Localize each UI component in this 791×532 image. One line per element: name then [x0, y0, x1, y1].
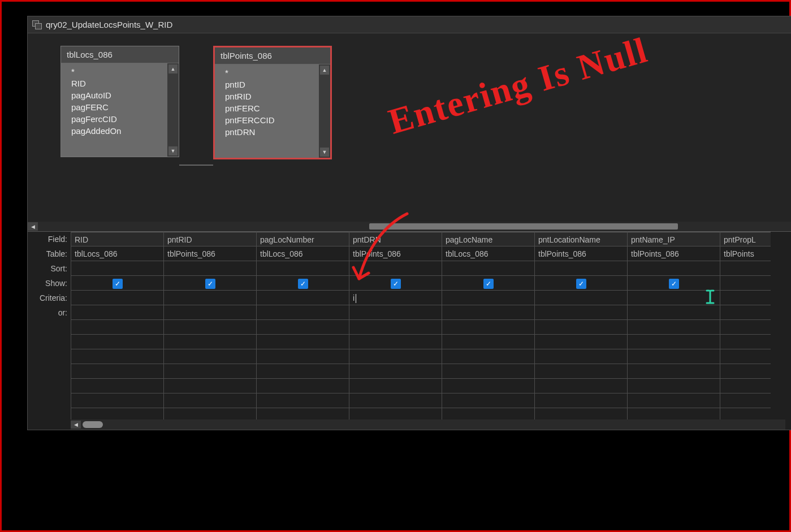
field-item[interactable]: pntDRN — [215, 126, 319, 138]
cell-table[interactable]: tblPoints_086 — [535, 246, 627, 261]
cell-empty[interactable] — [535, 379, 627, 393]
cell-field[interactable]: pntRID — [164, 232, 256, 246]
checkbox-show[interactable]: ✓ — [113, 279, 123, 289]
cell-empty[interactable] — [349, 335, 442, 349]
grid-columns[interactable]: RIDtblLocs_086✓pntRIDtblPoints_086✓pagLo… — [71, 232, 791, 419]
checkbox-show[interactable]: ✓ — [391, 279, 401, 289]
cell-show[interactable]: ✓ — [628, 276, 720, 291]
cell-empty[interactable] — [257, 364, 349, 379]
cell-show[interactable]: ✓ — [442, 276, 534, 291]
cell-empty[interactable] — [71, 364, 163, 379]
cell-empty[interactable] — [720, 320, 771, 335]
scroll-down-icon[interactable]: ▼ — [320, 148, 329, 157]
cell-show[interactable]: ✓ — [164, 276, 256, 291]
cell-sort[interactable] — [257, 261, 349, 276]
cell-empty[interactable] — [349, 364, 442, 379]
field-item[interactable]: pntFERCCID — [215, 114, 319, 126]
cell-empty[interactable] — [628, 364, 720, 379]
table-tblpoints[interactable]: tblPoints_086 * pntID pntRID pntFERC pnt… — [213, 46, 332, 159]
query-column[interactable]: pntRIDtblPoints_086✓ — [163, 232, 256, 419]
cell-table[interactable]: tblLocs_086 — [71, 246, 163, 261]
cell-show[interactable] — [720, 276, 771, 291]
query-column[interactable]: pntLocationNametblPoints_086✓ — [534, 232, 627, 419]
scroll-thumb[interactable] — [83, 421, 103, 428]
join-line[interactable] — [179, 165, 213, 166]
cell-sort[interactable] — [535, 261, 627, 276]
query-column[interactable]: pntDRNtblPoints_086✓i — [349, 232, 442, 419]
cell-table[interactable]: tblPoints_086 — [628, 246, 720, 261]
cell-empty[interactable] — [257, 349, 349, 364]
title-bar[interactable]: qry02_UpdateLocsPoints_W_RID — [28, 16, 791, 33]
cell-empty[interactable] — [257, 335, 349, 349]
table-header[interactable]: tblLocs_086 — [61, 46, 179, 63]
cell-empty[interactable] — [349, 349, 442, 364]
relationship-pane[interactable]: tblLocs_086 * RID pagAutoID pagFERC pagF… — [28, 33, 791, 231]
field-item[interactable]: pntID — [215, 79, 319, 90]
cell-field[interactable]: pntLocationName — [535, 232, 627, 246]
checkbox-show[interactable]: ✓ — [576, 279, 586, 289]
cell-criteria[interactable] — [442, 291, 534, 305]
cell-empty[interactable] — [720, 364, 771, 379]
cell-field[interactable]: pntPropL — [720, 232, 771, 246]
cell-empty[interactable] — [349, 320, 442, 335]
cell-empty[interactable] — [442, 335, 534, 349]
cell-table[interactable]: tblPoints_086 — [164, 246, 256, 261]
cell-sort[interactable] — [628, 261, 720, 276]
cell-sort[interactable] — [71, 261, 163, 276]
cell-empty[interactable] — [720, 349, 771, 364]
cell-show[interactable]: ✓ — [535, 276, 627, 291]
cell-sort[interactable] — [720, 261, 771, 276]
table-header[interactable]: tblPoints_086 — [215, 47, 330, 64]
cell-empty[interactable] — [442, 379, 534, 393]
cell-criteria[interactable] — [720, 291, 771, 305]
query-column[interactable]: pagLocNumbertblLocs_086✓ — [256, 232, 349, 419]
cell-empty[interactable] — [71, 349, 163, 364]
cell-empty[interactable] — [535, 364, 627, 379]
cell-empty[interactable] — [628, 393, 720, 408]
cell-empty[interactable] — [71, 335, 163, 349]
query-column[interactable]: RIDtblLocs_086✓ — [71, 232, 163, 419]
cell-empty[interactable] — [442, 320, 534, 335]
scroll-left-icon[interactable]: ◀ — [28, 222, 38, 231]
scroll-down-icon[interactable]: ▼ — [168, 146, 178, 155]
cell-empty[interactable] — [71, 320, 163, 335]
cell-or[interactable] — [442, 305, 534, 320]
cell-empty[interactable] — [535, 393, 627, 408]
cell-criteria[interactable] — [164, 291, 256, 305]
cell-or[interactable] — [628, 305, 720, 320]
field-item[interactable]: pagFercCID — [61, 113, 167, 125]
cell-field[interactable]: pagLocName — [442, 232, 534, 246]
cell-criteria[interactable] — [535, 291, 627, 305]
cell-table[interactable]: tblPoints_086 — [349, 246, 442, 261]
scrollbar-vertical[interactable]: ▲ ▼ — [319, 64, 330, 158]
scrollbar-horizontal-bottom[interactable]: ◀ — [71, 419, 785, 430]
cell-criteria[interactable] — [257, 291, 349, 305]
field-item[interactable]: pagAddedOn — [61, 125, 167, 137]
cell-empty[interactable] — [164, 379, 256, 393]
cell-empty[interactable] — [535, 349, 627, 364]
field-item[interactable]: RID — [61, 77, 167, 89]
cell-empty[interactable] — [164, 364, 256, 379]
cell-or[interactable] — [535, 305, 627, 320]
cell-empty[interactable] — [442, 364, 534, 379]
cell-show[interactable]: ✓ — [257, 276, 349, 291]
cell-or[interactable] — [349, 305, 442, 320]
cell-empty[interactable] — [164, 335, 256, 349]
cell-field[interactable]: pntName_IP — [628, 232, 720, 246]
checkbox-show[interactable]: ✓ — [205, 279, 215, 289]
cell-sort[interactable] — [442, 261, 534, 276]
cell-empty[interactable] — [720, 393, 771, 408]
cell-empty[interactable] — [164, 349, 256, 364]
cell-criteria[interactable] — [71, 291, 163, 305]
cell-or[interactable] — [71, 305, 163, 320]
scrollbar-vertical[interactable]: ▲ ▼ — [167, 63, 179, 157]
field-item[interactable]: pntRID — [215, 90, 319, 102]
cell-or[interactable] — [720, 305, 771, 320]
cell-table[interactable]: tblLocs_086 — [442, 246, 534, 261]
cell-empty[interactable] — [164, 320, 256, 335]
cell-empty[interactable] — [349, 393, 442, 408]
field-list[interactable]: * RID pagAutoID pagFERC pagFercCID pagAd… — [61, 63, 167, 157]
cell-empty[interactable] — [442, 349, 534, 364]
cell-table[interactable]: tblPoints — [720, 246, 771, 261]
cell-empty[interactable] — [257, 393, 349, 408]
